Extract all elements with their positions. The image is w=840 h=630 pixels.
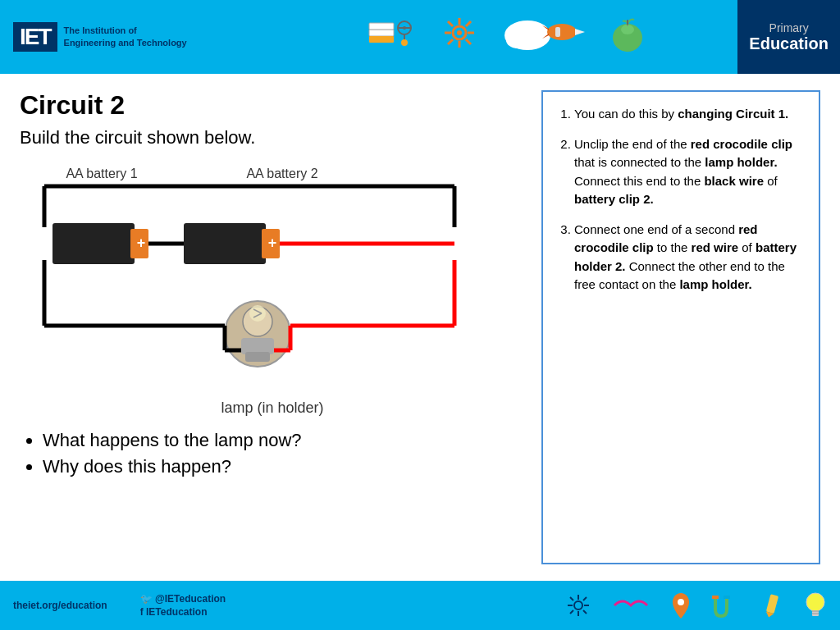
svg-rect-51 [245,352,270,362]
svg-point-19 [506,32,529,48]
footer-location-icon [671,591,692,620]
svg-line-16 [466,21,471,26]
circuit-subtitle: Build the circuit shown below. [20,127,525,148]
circuit-svg: AA battery 1 AA battery 2 + [20,162,495,391]
footer-gear-icon [566,593,591,618]
svg-rect-24 [555,27,560,37]
logo-line2: Engineering and Technology [64,38,187,48]
footer-website: theiet.org/education [13,600,107,611]
svg-text:+: + [137,235,146,251]
footer: theiet.org/education 🐦 @IETeducation f I… [0,581,840,630]
footer-icons [258,591,827,620]
primary-education-badge: Primary Education [737,0,840,74]
svg-rect-1 [369,36,394,43]
instruction-3: Connect one end of a second red crocodil… [574,221,804,294]
svg-point-67 [678,599,684,605]
svg-line-15 [466,39,471,44]
instruction-2: Unclip the end of the red crocodile clip… [574,135,804,209]
svg-line-63 [570,597,573,600]
svg-line-17 [448,39,453,44]
svg-point-58 [574,601,582,609]
logo-line1: The Institution of [64,25,137,35]
lamp-label: lamp (in holder) [20,399,525,417]
svg-point-9 [457,30,462,35]
footer-bird-icon [610,593,651,618]
circuit-diagram: AA battery 1 AA battery 2 + [20,162,495,391]
right-panel: You can do this by changing Circuit 1. U… [541,90,820,564]
instructions-list: You can do this by changing Circuit 1. U… [558,105,804,294]
footer-bulb-icon [804,591,827,620]
svg-text:+: + [268,235,277,251]
svg-rect-37 [52,223,135,264]
left-panel: Circuit 2 Build the circuit shown below.… [20,90,525,564]
svg-line-66 [570,610,573,614]
footer-social: 🐦 @IETeducation f IETeducation [140,593,226,618]
footer-facebook: f IETeducation [140,606,226,618]
svg-point-20 [547,24,577,40]
svg-line-64 [583,610,587,614]
svg-rect-2 [369,23,394,30]
svg-line-14 [448,21,453,26]
badge-primary-label: Primary [769,21,809,34]
svg-point-7 [401,39,408,46]
badge-education-label: Education [749,34,829,53]
page-title: Circuit 2 [20,90,525,121]
footer-pencil-icon [760,593,784,618]
drone-icon [368,13,417,62]
rocket-icon [503,11,585,63]
svg-point-47 [249,305,266,322]
svg-point-72 [806,593,824,611]
svg-rect-0 [369,30,394,36]
svg-marker-21 [575,29,585,35]
svg-text:AA battery 1: AA battery 1 [66,167,137,180]
header: IET The Institution of Engineering and T… [0,0,840,74]
svg-rect-41 [184,223,266,264]
logo: IET The Institution of Engineering and T… [13,22,187,52]
svg-point-5 [403,26,406,30]
bullets-list: What happens to the lamp now? Why does t… [20,430,525,482]
footer-magnet-icon [711,593,740,618]
main-content: Circuit 2 Build the circuit shown below.… [0,74,840,581]
footer-twitter: 🐦 @IETeducation [140,593,226,605]
svg-rect-70 [766,594,778,614]
instruction-1: You can do this by changing Circuit 1. [574,105,804,124]
bullet-1: What happens to the lamp now? [43,430,525,451]
gear-icon [441,15,478,59]
footer-links: theiet.org/education [13,600,107,611]
svg-line-65 [583,597,587,600]
iet-logo-text: The Institution of Engineering and Techn… [64,25,187,50]
iet-logo-box: IET [13,22,57,52]
svg-point-27 [621,25,634,34]
header-icons [187,11,827,63]
bullet-2: Why does this happen? [43,456,525,477]
apple-icon [609,13,646,62]
svg-text:AA battery 2: AA battery 2 [246,167,317,180]
